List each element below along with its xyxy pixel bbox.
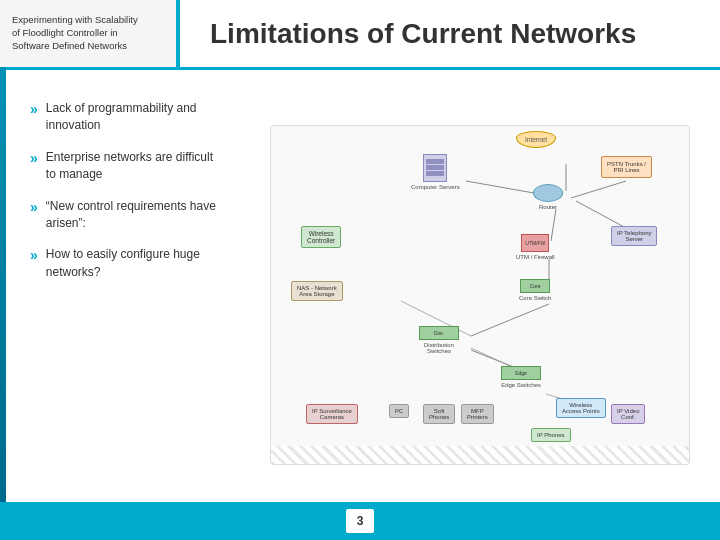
bullet-text-1: Lack of programmability and innovation xyxy=(46,100,220,135)
bullet-arrow-3: » xyxy=(30,199,38,215)
node-cloud-internet: Internet xyxy=(516,131,556,148)
node-core-switch: Core Core Switch xyxy=(519,279,551,301)
subtitle-line1: Experimenting with Scalability xyxy=(12,14,164,27)
bullet-item-2: » Enterprise networks are difficult to m… xyxy=(30,149,220,184)
bullet-text-4: How to easily configure huge networks? xyxy=(46,246,220,281)
slide-title: Limitations of Current Networks xyxy=(210,18,636,50)
node-server-box xyxy=(423,154,447,182)
header-title-area: Limitations of Current Networks xyxy=(180,0,720,67)
node-surveillance: IP SurveillanceCameras xyxy=(306,404,358,426)
node-dist-switch-label: DistributionSwitches xyxy=(424,342,454,354)
content-area: » Lack of programmability and innovation… xyxy=(0,70,720,499)
bullet-item-4: » How to easily configure huge networks? xyxy=(30,246,220,281)
slide-header: Experimenting with Scalability of Floodl… xyxy=(0,0,720,70)
node-core-switch-box: Core xyxy=(520,279,550,293)
subtitle-line3: Software Defined Networks xyxy=(12,40,164,53)
slide-footer: 3 xyxy=(0,502,720,540)
node-servers-label: Computer Servers xyxy=(411,184,460,190)
node-wap: WirelessAccess Points xyxy=(556,398,606,420)
node-pstn: PSTN Trunks /PRI Lines xyxy=(601,156,652,180)
node-edge-switch: Edge Edge Switches xyxy=(501,366,541,388)
node-pstn-box: PSTN Trunks /PRI Lines xyxy=(601,156,652,178)
node-router: Router xyxy=(533,184,563,210)
node-ip-tel-box: IP TelephonyServer xyxy=(611,226,657,246)
node-nas-box: NAS - NetworkArea Storage xyxy=(291,281,343,301)
node-wireless-ctrl-box: WirelessController xyxy=(301,226,341,248)
node-internet: Internet xyxy=(516,131,556,150)
bullet-arrow-1: » xyxy=(30,101,38,117)
page-number: 3 xyxy=(346,509,374,533)
svg-line-3 xyxy=(471,304,549,336)
node-router-label: Router xyxy=(539,204,557,210)
node-printers-box: MFPPrinters xyxy=(461,404,494,424)
bullet-arrow-4: » xyxy=(30,247,38,263)
left-accent-bar xyxy=(0,0,6,540)
node-firewall-label: UTM / Firewall xyxy=(516,254,555,260)
node-edge-switch-box: Edge xyxy=(501,366,541,380)
node-nas: NAS - NetworkArea Storage xyxy=(291,281,343,303)
node-core-switch-label: Core Switch xyxy=(519,295,551,301)
bullet-text-2: Enterprise networks are difficult to man… xyxy=(46,149,220,184)
slide: Experimenting with Scalability of Floodl… xyxy=(0,0,720,540)
svg-line-6 xyxy=(571,181,626,198)
bullet-list-panel: » Lack of programmability and innovation… xyxy=(0,90,240,499)
node-router-shape xyxy=(533,184,563,202)
node-firewall-box: UTM/FW xyxy=(521,234,549,252)
node-ipphones-box: IP Phones xyxy=(531,428,571,442)
bullet-item-3: » “New control requirements have arisen”… xyxy=(30,198,220,233)
node-ipphones: IP Phones xyxy=(531,428,571,444)
node-servers: Computer Servers xyxy=(411,154,460,190)
subtitle-line2: of Floodlight Controller in xyxy=(12,27,164,40)
network-diagram-panel: Internet Computer Servers Router xyxy=(240,90,720,499)
network-diagram: Internet Computer Servers Router xyxy=(270,125,690,465)
node-ip-tel: IP TelephonyServer xyxy=(611,226,657,248)
node-softphones-box: SoftPhones xyxy=(423,404,455,424)
node-dist-switch: Dist. DistributionSwitches xyxy=(419,326,459,354)
bullet-text-3: “New control requirements have arisen”: xyxy=(46,198,220,233)
node-video-box: IP VideoConf. xyxy=(611,404,645,424)
node-firewall: UTM/FW UTM / Firewall xyxy=(516,234,555,260)
node-wireless-ctrl: WirelessController xyxy=(301,226,341,250)
node-dist-switch-box: Dist. xyxy=(419,326,459,340)
node-wap-box: WirelessAccess Points xyxy=(556,398,606,418)
stripe-decoration xyxy=(271,446,689,464)
node-pc: PC xyxy=(389,404,409,420)
header-sidebar: Experimenting with Scalability of Floodl… xyxy=(0,0,180,67)
node-pc-box: PC xyxy=(389,404,409,418)
node-edge-switch-label: Edge Switches xyxy=(501,382,541,388)
bullet-arrow-2: » xyxy=(30,150,38,166)
node-softphones: SoftPhones xyxy=(423,404,455,426)
node-video: IP VideoConf. xyxy=(611,404,645,426)
bullet-item-1: » Lack of programmability and innovation xyxy=(30,100,220,135)
node-printers: MFPPrinters xyxy=(461,404,494,426)
node-surveillance-box: IP SurveillanceCameras xyxy=(306,404,358,424)
